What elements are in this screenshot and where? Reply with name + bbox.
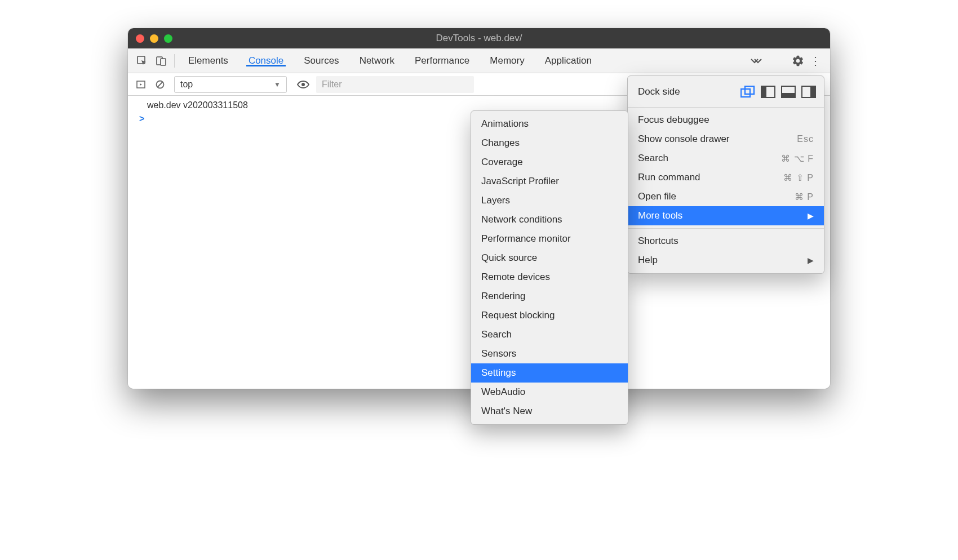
tab-elements[interactable]: Elements [178,55,238,66]
menu-item-run-command[interactable]: Run command⌘ ⇧ P [628,168,824,187]
panel-tabbar: ElementsConsoleSourcesNetworkPerformance… [128,48,830,73]
svg-rect-0 [138,56,145,64]
tab-performance[interactable]: Performance [405,55,480,66]
dock-right-icon[interactable] [801,86,816,98]
execution-context-select[interactable]: top ▼ [174,76,287,93]
devtools-window: DevTools - web.dev/ ElementsConsoleSourc… [128,28,830,389]
submenu-arrow-icon: ▶ [808,256,814,265]
menu-item-label: Search [638,153,668,164]
traffic-lights [128,34,172,43]
tab-network[interactable]: Network [349,55,405,66]
menu-item-label: Show console drawer [638,134,730,145]
submenu-item-quick-source[interactable]: Quick source [471,248,628,268]
close-window-button[interactable] [136,34,144,43]
menu-item-label: Focus debuggee [638,114,709,126]
submenu-item-coverage[interactable]: Coverage [471,153,628,172]
menu-separator [628,107,824,108]
main-menu: Dock side Focus debuggeeShow console dra… [627,75,824,274]
tab-console[interactable]: Console [238,55,294,66]
dock-bottom-icon[interactable] [781,86,796,98]
console-sidebar-toggle-icon[interactable] [132,76,149,93]
submenu-item-sensors[interactable]: Sensors [471,344,628,363]
menu-item-help[interactable]: Help▶ [628,251,824,270]
menu-item-more-tools[interactable]: More tools▶ [628,206,824,225]
svg-line-5 [158,82,163,87]
live-expression-icon[interactable] [295,76,312,93]
submenu-item-label: Animations [481,118,529,130]
menu-item-label: Open file [638,191,676,202]
submenu-item-network-conditions[interactable]: Network conditions [471,210,628,229]
device-toolbar-icon[interactable] [152,48,171,73]
zoom-window-button[interactable] [164,34,172,43]
menu-item-label: Shortcuts [638,235,678,247]
submenu-item-label: Settings [481,367,516,379]
submenu-item-label: JavaScript Profiler [481,176,559,187]
menu-item-label: Run command [638,172,700,183]
submenu-item-performance-monitor[interactable]: Performance monitor [471,229,628,248]
submenu-item-request-blocking[interactable]: Request blocking [471,306,628,325]
submenu-item-javascript-profiler[interactable]: JavaScript Profiler [471,172,628,191]
submenu-item-rendering[interactable]: Rendering [471,287,628,306]
submenu-item-label: Remote devices [481,272,550,283]
execution-context-label: top [180,79,193,90]
titlebar: DevTools - web.dev/ [128,28,830,48]
svg-point-6 [301,83,305,86]
submenu-item-remote-devices[interactable]: Remote devices [471,268,628,287]
tab-memory[interactable]: Memory [480,55,534,66]
submenu-item-animations[interactable]: Animations [471,114,628,134]
window-title: DevTools - web.dev/ [128,33,830,44]
submenu-item-settings[interactable]: Settings [471,363,628,383]
separator [174,54,175,68]
submenu-item-label: Sensors [481,348,516,359]
submenu-item-label: Performance monitor [481,233,571,245]
submenu-arrow-icon: ▶ [808,211,814,220]
menu-shortcut: ⌘ ⇧ P [783,172,814,183]
submenu-item-search[interactable]: Search [471,325,628,344]
menu-item-focus-debuggee[interactable]: Focus debuggee [628,110,824,130]
settings-gear-icon[interactable] [790,52,806,69]
dock-side-row: Dock side [628,79,824,104]
submenu-item-label: Search [481,329,512,340]
more-tabs-icon[interactable] [744,57,768,65]
filter-input[interactable] [316,76,474,93]
submenu-item-label: What's New [481,406,532,417]
menu-shortcut: ⌘ ⌥ F [781,153,814,164]
chevron-down-icon: ▼ [274,81,281,88]
submenu-item-layers[interactable]: Layers [471,191,628,210]
menu-item-label: Help [638,255,658,266]
submenu-item-label: Request blocking [481,310,555,321]
submenu-item-label: WebAudio [481,386,525,398]
minimize-window-button[interactable] [150,34,158,43]
dock-left-icon[interactable] [761,86,775,98]
main-menu-kebab-icon[interactable]: ⋮ [809,54,822,68]
tab-application[interactable]: Application [535,55,602,66]
submenu-item-webaudio[interactable]: WebAudio [471,383,628,402]
clear-console-icon[interactable] [152,76,168,93]
submenu-item-label: Changes [481,137,520,149]
submenu-item-label: Rendering [481,291,525,302]
submenu-item-label: Network conditions [481,214,562,225]
menu-separator [628,228,824,229]
submenu-item-label: Coverage [481,157,523,168]
menu-item-show-console-drawer[interactable]: Show console drawerEsc [628,130,824,149]
menu-item-shortcuts[interactable]: Shortcuts [628,232,824,251]
menu-item-open-file[interactable]: Open file⌘ P [628,187,824,206]
menu-shortcut: ⌘ P [795,192,814,202]
svg-rect-2 [161,59,166,65]
tab-sources[interactable]: Sources [294,55,349,66]
more-tools-submenu: AnimationsChangesCoverageJavaScript Prof… [471,110,628,425]
submenu-item-label: Quick source [481,252,537,264]
dock-side-label: Dock side [638,86,680,97]
submenu-item-changes[interactable]: Changes [471,134,628,153]
dock-undock-icon[interactable] [740,86,755,98]
inspect-element-icon[interactable] [132,48,152,73]
menu-item-label: More tools [638,210,682,221]
menu-item-search[interactable]: Search⌘ ⌥ F [628,149,824,168]
submenu-item-what-s-new[interactable]: What's New [471,402,628,421]
menu-shortcut: Esc [797,134,814,144]
submenu-item-label: Layers [481,195,510,206]
